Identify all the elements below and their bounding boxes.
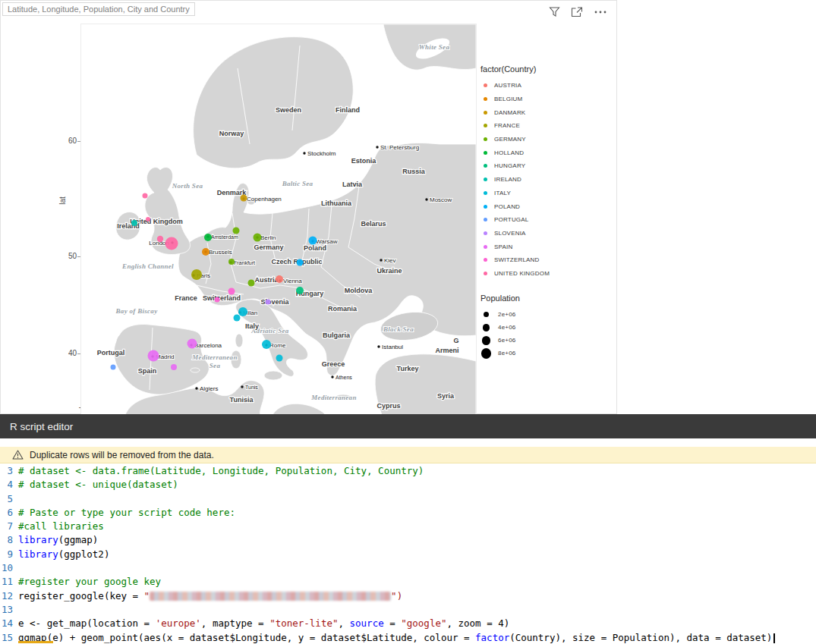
size-legend-label: 2e+06	[498, 311, 515, 318]
code-line[interactable]: 6# Paste or type your script code here:	[0, 506, 816, 520]
data-point	[238, 307, 247, 316]
size-legend-circle	[483, 324, 490, 331]
country-label: Norway	[219, 130, 244, 137]
legend-label: DANMARK	[494, 109, 525, 116]
data-point	[228, 288, 235, 295]
line-number: 11	[0, 575, 18, 589]
legend-entry: DANMARK	[480, 105, 616, 119]
y-tick-label: 40	[61, 349, 77, 357]
code-line[interactable]: 13	[0, 603, 816, 617]
country-label: G	[453, 337, 458, 344]
legend-color-dot	[484, 177, 487, 181]
data-point	[111, 365, 116, 370]
more-options-icon[interactable]	[594, 7, 607, 17]
line-number: 10	[0, 561, 18, 575]
code-line[interactable]: 9library(ggplot2)	[0, 548, 816, 561]
code-line[interactable]: 5	[0, 492, 816, 506]
line-number: 5	[0, 492, 18, 506]
line-number: 8	[0, 533, 18, 547]
legend-label: ITALY	[494, 190, 511, 196]
line-number: 7	[0, 520, 18, 533]
city-dot	[331, 375, 333, 378]
color-legend-title: factor(Country)	[480, 64, 616, 74]
filter-icon[interactable]	[549, 6, 560, 17]
warning-banner: Duplicate rows will be removed from the …	[0, 447, 816, 463]
code-lines[interactable]: 3# dataset <- data.frame(Latitude, Longi…	[0, 464, 816, 644]
sea-label: White Sea	[419, 43, 450, 51]
warning-text: Duplicate rows will be removed from the …	[30, 450, 214, 460]
data-point	[202, 248, 210, 256]
focus-mode-icon[interactable]	[571, 7, 583, 17]
legend-label: GERMANY	[494, 136, 526, 143]
legend-entry: FRANCE	[480, 119, 616, 133]
country-label: Spain	[138, 367, 157, 375]
legend-color-dot	[484, 272, 487, 275]
legend-color-dot	[484, 245, 487, 249]
code-line[interactable]: 15ggmap(e) + geom_point(aes(x = dataset$…	[0, 631, 816, 644]
country-label: Bulgaria	[323, 331, 351, 339]
sea-label: Bay of Biscay	[115, 307, 159, 315]
code-editor[interactable]: 3# dataset <- data.frame(Latitude, Longi…	[0, 464, 816, 644]
sea-label: Mediterranean	[191, 353, 237, 361]
data-point	[296, 287, 304, 294]
legend-color-dot	[484, 205, 487, 209]
country-label: Ukraine	[376, 267, 402, 275]
size-legend-label: 8e+06	[498, 350, 515, 357]
data-point	[204, 234, 212, 241]
city-label: Warsaw	[316, 238, 338, 245]
code-line[interactable]: 3# dataset <- data.frame(Latitude, Longi…	[0, 464, 816, 478]
code-line[interactable]: 12register_google(key = "")	[0, 589, 816, 603]
city-dot	[241, 385, 243, 388]
powerbi-canvas: Latitude, Longitude, Population, City an…	[0, 0, 816, 644]
country-label: Armeni	[435, 347, 458, 354]
legend-entry: UNITED KINGDOM	[480, 267, 616, 281]
size-legend-entry: 2e+06	[480, 308, 616, 321]
city-label: Barcelona	[194, 342, 222, 349]
city-label: St. Petersburg	[380, 144, 419, 151]
legend-entry: PORTUGAL	[480, 213, 616, 227]
line-number: 15	[0, 631, 18, 644]
code-line[interactable]: 7#call libraries	[0, 520, 816, 533]
size-legend-label: 4e+06	[498, 324, 515, 331]
city-dot	[380, 259, 382, 261]
code-line[interactable]: 11#register your google key	[0, 575, 816, 589]
legend-entry: HOLLAND	[480, 146, 616, 159]
legend-entry: SPAIN	[480, 240, 616, 253]
r-script-editor-header[interactable]: R script editor	[0, 414, 816, 438]
country-label: Greece	[322, 360, 345, 368]
legend-label: IRELAND	[494, 176, 521, 183]
city-dot	[425, 198, 427, 200]
legend-label: UNITED KINGDOM	[494, 270, 550, 277]
sea-label: Baltic Sea	[282, 180, 313, 187]
legend-color-dot	[484, 124, 487, 127]
code-line[interactable]: 10	[0, 561, 816, 575]
y-tick-label: 60	[61, 137, 77, 145]
code-line[interactable]: 4# dataset <- unique(dataset)	[0, 478, 816, 492]
code-line[interactable]: 8library(ggmap)	[0, 533, 816, 547]
legend-color-dot	[484, 83, 487, 87]
country-label: Belarus	[361, 220, 386, 228]
country-label: Germany	[254, 243, 283, 251]
city-label: Stockholm	[307, 150, 336, 157]
line-number: 4	[0, 478, 18, 492]
sea-label: Black Sea	[383, 325, 414, 333]
legend-color-dot	[484, 258, 487, 262]
country-label: Syria	[437, 392, 455, 400]
code-line[interactable]: 14e <- get_map(location = 'europe', mapt…	[0, 617, 816, 630]
legend-label: AUSTRIA	[494, 82, 521, 89]
city-dot	[303, 152, 305, 154]
legend-entry: AUSTRIA	[480, 79, 616, 93]
data-point	[143, 193, 148, 199]
data-point	[234, 315, 241, 322]
city-dot	[376, 146, 378, 148]
city-label: Moscow	[430, 196, 452, 203]
legend-label: HUNGARY	[494, 162, 525, 169]
data-point	[146, 217, 150, 221]
data-point	[148, 350, 159, 362]
map-visual[interactable]: Latitude, Longitude, Population, City an…	[0, 0, 617, 414]
size-legend-entry: 4e+06	[480, 321, 616, 334]
city-label: Vienna	[283, 278, 302, 284]
data-point	[165, 237, 178, 250]
size-legend-title: Population	[480, 294, 616, 303]
data-point	[215, 297, 220, 303]
